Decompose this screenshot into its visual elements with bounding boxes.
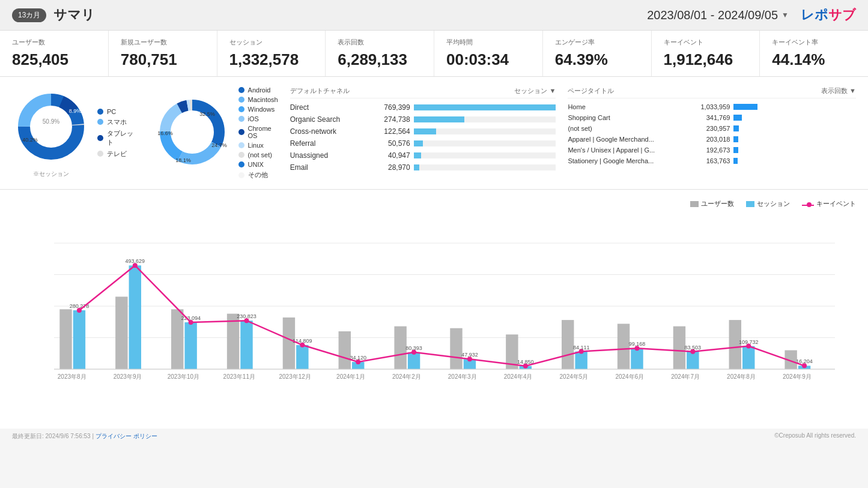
- page-row: Stationery | Google Mercha... 163,763: [568, 157, 856, 164]
- pages-col2[interactable]: 表示回数 ▼: [821, 86, 856, 95]
- channel-name: Unassigned: [290, 151, 368, 160]
- legend-label: UNIX: [248, 161, 264, 168]
- legend-dot: [238, 142, 244, 148]
- metric-label: エンゲージ率: [555, 38, 639, 47]
- page-name: Apparel | Google Merchand...: [568, 136, 688, 143]
- legend-label: その他: [248, 170, 268, 179]
- footer: 最終更新日: 2024/9/6 7:56:53 | プライバシー ポリシー ©C…: [0, 429, 868, 444]
- legend-dot: [97, 119, 103, 125]
- donut1-legend: PCスマホタブレットテレビ: [97, 108, 135, 158]
- legend-users: ユーザー数: [690, 199, 734, 208]
- channel-row: Direct 769,399: [290, 103, 556, 112]
- pages-table-header: ページタイトル 表示回数 ▼: [568, 86, 856, 98]
- legend-label: Macintosh: [248, 96, 278, 103]
- legend-dot: [97, 151, 103, 157]
- chart-section: ユーザー数 セッション キーイベント: [0, 190, 868, 429]
- legend-item: UNIX: [238, 161, 278, 168]
- legend-dot: [238, 97, 244, 103]
- page-bar: [733, 115, 741, 121]
- donut2-legend: AndroidMacintoshWindowsiOSChrome OSLinux…: [238, 86, 278, 179]
- legend-item: その他: [238, 170, 278, 179]
- donut1-chart: 50.9% 40.2% 8.9%: [12, 88, 90, 166]
- page-bar-container: [733, 158, 757, 164]
- channel-col2[interactable]: セッション ▼: [514, 86, 556, 95]
- legend-label: (not set): [248, 151, 272, 158]
- legend-label: Android: [248, 86, 271, 94]
- legend-dot: [238, 161, 244, 167]
- legend-label: Windows: [248, 106, 275, 113]
- page-value: 230,957: [688, 125, 730, 132]
- charts-section: 50.9% 40.2% 8.9% ※セッション PCスマホタブレットテレビ: [0, 77, 868, 190]
- legend-item: テレビ: [97, 149, 135, 158]
- channel-rows: Direct 769,399 Organic Search 274,738 Cr…: [290, 103, 556, 172]
- metric-card: セッション1,332,578: [217, 31, 326, 76]
- page-bar-container: [733, 125, 757, 131]
- date-dropdown-icon[interactable]: ▼: [782, 11, 789, 19]
- metric-card: 新規ユーザー数780,751: [109, 31, 217, 76]
- period-badge: 13カ月: [12, 8, 46, 22]
- svg-text:16.6%: 16.6%: [157, 130, 173, 136]
- legend-sessions: セッション: [746, 199, 790, 208]
- logo: レポサブ: [801, 6, 856, 24]
- footer-updated: 最終更新日: 2024/9/6 7:56:53: [12, 433, 91, 439]
- donut1-container: 50.9% 40.2% 8.9% ※セッション PCスマホタブレットテレビ: [12, 86, 135, 179]
- pages-col1: ページタイトル: [568, 86, 614, 95]
- metric-card: 表示回数6,289,133: [326, 31, 434, 76]
- page-name: Home: [568, 103, 688, 110]
- channel-bar: [414, 128, 437, 134]
- metrics-row: ユーザー数825,405新規ユーザー数780,751セッション1,332,578…: [0, 31, 868, 77]
- channel-table-header: デフォルトチャネル セッション ▼: [290, 86, 556, 98]
- channel-row: Organic Search 274,738: [290, 115, 556, 124]
- legend-item: Macintosh: [238, 96, 278, 103]
- channel-bar: [414, 140, 423, 146]
- legend-item: Linux: [238, 142, 278, 149]
- donut-section: 50.9% 40.2% 8.9% ※セッション PCスマホタブレットテレビ: [12, 86, 278, 179]
- metric-value: 825,405: [12, 50, 96, 69]
- page-bar-container: [733, 147, 757, 153]
- metric-card: 平均時間00:03:34: [434, 31, 543, 76]
- legend-label: iOS: [248, 115, 259, 122]
- metric-label: 平均時間: [446, 38, 530, 47]
- page-bar: [733, 158, 737, 164]
- channel-name: Direct: [290, 103, 368, 112]
- channel-bar-container: [414, 140, 556, 146]
- legend-sessions-label: セッション: [757, 199, 790, 208]
- channel-bar: [414, 152, 422, 158]
- channel-value: 122,564: [368, 127, 410, 136]
- legend-sessions-icon: [746, 201, 754, 207]
- header: 13カ月 サマリ 2023/08/01 - 2024/09/05 ▼ レポサブ: [0, 0, 868, 31]
- page-row: Home 1,033,959: [568, 103, 856, 110]
- page-bar-container: [733, 136, 757, 142]
- channel-bar: [414, 104, 556, 110]
- legend-dot: [238, 172, 244, 178]
- page-value: 203,018: [688, 136, 730, 143]
- legend-label: PC: [107, 108, 116, 115]
- page-value: 163,763: [688, 157, 730, 164]
- channel-section: デフォルトチャネル セッション ▼ Direct 769,399 Organic…: [290, 86, 556, 179]
- legend-label: タブレット: [107, 129, 135, 147]
- metric-card: キーイベント1,912,646: [652, 31, 760, 76]
- metric-label: ユーザー数: [12, 38, 96, 47]
- legend-item: Android: [238, 86, 278, 94]
- legend-users-icon: [690, 201, 699, 207]
- metric-card: キーイベント率44.14%: [760, 31, 868, 76]
- page-row: Men's / Unisex | Apparel | G... 192,673: [568, 146, 856, 154]
- metric-label: 新規ユーザー数: [121, 38, 205, 47]
- channel-name: Email: [290, 163, 368, 172]
- legend-dot: [97, 135, 103, 141]
- footer-left: 最終更新日: 2024/9/6 7:56:53 | プライバシー ポリシー: [12, 432, 157, 441]
- channel-name: Organic Search: [290, 115, 368, 124]
- channel-bar: [414, 116, 465, 122]
- page-bar: [733, 147, 738, 153]
- footer-privacy-link[interactable]: プライバシー ポリシー: [96, 433, 157, 439]
- metric-label: セッション: [229, 38, 314, 47]
- channel-value: 40,947: [368, 151, 410, 160]
- metric-value: 1,332,578: [229, 50, 314, 69]
- page-row: (not set) 230,957: [568, 125, 856, 132]
- legend-users-label: ユーザー数: [701, 199, 734, 208]
- legend-item: タブレット: [97, 129, 135, 147]
- page-bar: [733, 136, 738, 142]
- channel-name: Cross-network: [290, 127, 368, 136]
- legend-label: スマホ: [107, 118, 127, 127]
- date-range: 2023/08/01 - 2024/09/05: [647, 8, 778, 22]
